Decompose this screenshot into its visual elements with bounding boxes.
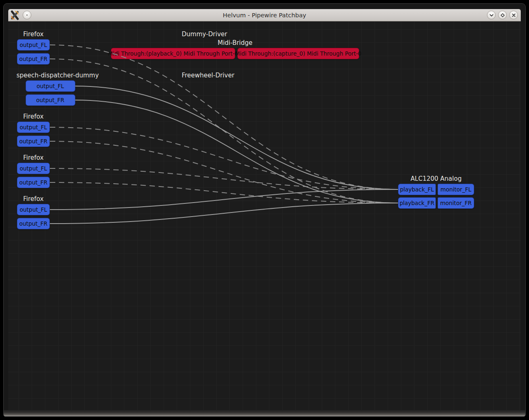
port-midi-through-playback[interactable]: Midi Through:(playback_0) Midi Through P… bbox=[111, 48, 235, 59]
node-title: Firefox bbox=[23, 31, 44, 38]
port-output-fr[interactable]: output_FR bbox=[26, 94, 75, 106]
node-title: Midi-Bridge bbox=[218, 40, 253, 47]
port-output-fr[interactable]: output_FR bbox=[17, 177, 50, 188]
node-midi-bridge[interactable]: Midi-Bridge Midi Through:(playback_0) Mi… bbox=[111, 40, 359, 59]
close-button[interactable] bbox=[509, 11, 518, 19]
port-output-fl[interactable]: output_FL bbox=[17, 163, 50, 174]
patch-cable bbox=[50, 182, 398, 203]
node-freewheel-driver[interactable]: Freewheel-Driver bbox=[182, 72, 234, 80]
node-firefox-3[interactable]: Firefox output_FL output_FR bbox=[17, 154, 50, 188]
port-monitor-fr[interactable]: monitor_FR bbox=[438, 197, 474, 209]
node-title: Firefox bbox=[23, 196, 44, 203]
port-monitor-fl[interactable]: monitor_FL bbox=[438, 184, 474, 195]
node-dummy-driver[interactable]: Dummy-Driver bbox=[182, 31, 227, 39]
node-firefox-2[interactable]: Firefox output_FL output_FR bbox=[17, 113, 50, 147]
node-title: Firefox bbox=[23, 154, 44, 161]
node-title: Firefox bbox=[23, 113, 44, 120]
diamond-icon bbox=[500, 13, 505, 18]
patch-cable bbox=[50, 59, 398, 203]
patch-cable bbox=[50, 45, 398, 189]
node-title: Dummy-Driver bbox=[182, 31, 227, 38]
port-output-fl[interactable]: output_FL bbox=[26, 80, 75, 92]
chevron-down-icon bbox=[489, 13, 494, 18]
node-title: ALC1200 Analog bbox=[411, 175, 462, 182]
patch-links bbox=[8, 21, 521, 410]
port-output-fr[interactable]: output_FR bbox=[17, 135, 50, 147]
titlebar[interactable]: Helvum - Pipewire Patchbay bbox=[8, 9, 521, 21]
minimize-button[interactable] bbox=[487, 11, 496, 19]
patch-cable bbox=[75, 86, 398, 189]
window-menu-button[interactable] bbox=[23, 11, 31, 19]
node-firefox-4[interactable]: Firefox output_FL output_FR bbox=[17, 196, 50, 229]
port-output-fl[interactable]: output_FL bbox=[17, 204, 50, 215]
app-icon-xorg bbox=[10, 10, 19, 20]
maximize-button[interactable] bbox=[498, 11, 507, 19]
patch-cable bbox=[50, 168, 398, 189]
patch-cable bbox=[50, 141, 398, 203]
patch-cable bbox=[50, 127, 398, 189]
port-output-fl[interactable]: output_FL bbox=[17, 121, 50, 133]
app-window: Helvum - Pipewire Patchbay Firefox bbox=[3, 3, 526, 417]
port-output-fr[interactable]: output_FR bbox=[17, 53, 50, 65]
close-icon bbox=[511, 13, 516, 18]
patch-cable bbox=[50, 203, 398, 224]
port-playback-fl[interactable]: playback_FL bbox=[398, 184, 436, 195]
port-playback-fr[interactable]: playback_FR bbox=[398, 197, 436, 209]
menu-dot-icon bbox=[26, 14, 28, 16]
node-alc1200-analog[interactable]: ALC1200 Analog playback_FL monitor_FL pl… bbox=[398, 175, 474, 209]
patch-cable bbox=[50, 189, 398, 210]
node-title: speech-dispatcher-dummy bbox=[16, 72, 99, 79]
node-speech-dispatcher-dummy[interactable]: speech-dispatcher-dummy output_FL output… bbox=[16, 72, 84, 106]
node-firefox-1[interactable]: Firefox output_FL output_FR bbox=[17, 31, 50, 65]
port-output-fl[interactable]: output_FL bbox=[17, 39, 50, 51]
window-title: Helvum - Pipewire Patchbay bbox=[8, 12, 521, 19]
graph-canvas[interactable]: Firefox output_FL output_FR Dummy-Driver… bbox=[8, 21, 521, 410]
window-bottom-frame bbox=[4, 410, 525, 417]
patch-cable bbox=[75, 100, 398, 203]
port-output-fr[interactable]: output_FR bbox=[17, 218, 50, 229]
node-title: Freewheel-Driver bbox=[182, 72, 234, 79]
port-midi-through-capture[interactable]: Midi Through:(capture_0) Midi Through Po… bbox=[237, 48, 359, 59]
